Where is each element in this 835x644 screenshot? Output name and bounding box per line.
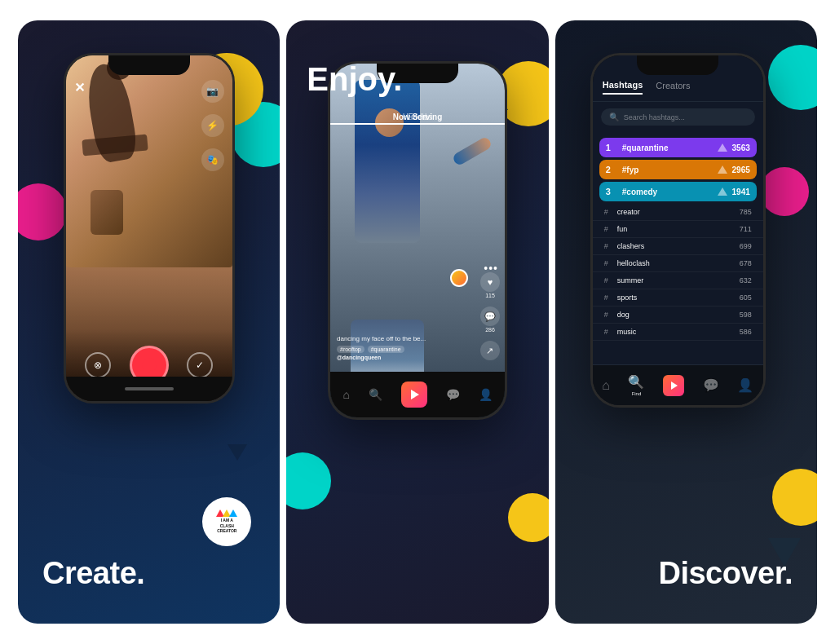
hash-5: # xyxy=(604,293,612,302)
app-container: ✕ 📷 ⚡ 🎭 ⊗ xyxy=(10,12,825,632)
hashtag-name-5: sports xyxy=(617,293,735,302)
dnav-find-label: Find xyxy=(632,391,642,396)
discover-bottom-nav: ⌂ 🔍 Find xyxy=(593,364,763,405)
hash-2: # xyxy=(604,242,612,250)
dnav-profile-icon: 👤 xyxy=(737,377,753,393)
hashtag-row-4[interactable]: # summer 632 xyxy=(593,272,763,289)
dnav-chat[interactable]: 💬 xyxy=(703,377,719,393)
hash-3: # xyxy=(604,259,612,267)
nav-search[interactable]: 🔍 xyxy=(369,388,382,401)
comment-action[interactable]: 💬 286 xyxy=(480,307,500,333)
nav-messages[interactable]: 💬 xyxy=(446,388,460,401)
tab-hashtags[interactable]: Hashtags xyxy=(603,80,643,95)
rank-3-tri xyxy=(718,187,727,196)
share-action[interactable]: ↗ xyxy=(480,341,500,360)
hashtag-name-7: music xyxy=(617,328,735,336)
skate-background: ✕ 📷 ⚡ 🎭 ⊗ xyxy=(66,55,232,401)
enjoy-phone-frame: Feed Now Serving Huddles ••• ♥ 115 xyxy=(328,61,507,420)
rank-2-count: 2965 xyxy=(732,165,750,174)
tag-rooftop[interactable]: #rooftop xyxy=(337,346,364,353)
hashtag-rank-3[interactable]: 3 #comedy 1941 xyxy=(599,182,757,201)
search-icon: 🔍 xyxy=(369,388,382,401)
rank-1-num: 1 xyxy=(606,143,617,152)
hashtag-name-2: clashers xyxy=(617,242,735,250)
home-indicator xyxy=(125,387,174,390)
search-icon-discover: 🔍 xyxy=(609,112,619,121)
hashtag-count-2: 699 xyxy=(740,242,752,250)
dnav-play[interactable] xyxy=(663,375,684,396)
cancel-record-button[interactable]: ⊗ xyxy=(85,352,111,378)
hashtag-row-3[interactable]: # helloclash 678 xyxy=(593,255,763,272)
message-icon: 💬 xyxy=(446,388,460,401)
discover-phone-mockup: Hashtags Creators 🔍 Search hashtags... xyxy=(563,53,793,408)
enjoy-phone-mockup: Feed Now Serving Huddles ••• ♥ 115 xyxy=(298,61,536,420)
hashtag-name-3: helloclash xyxy=(617,259,735,267)
discover-phone-frame: Hashtags Creators 🔍 Search hashtags... xyxy=(590,53,766,408)
create-screen: ✕ 📷 ⚡ 🎭 ⊗ xyxy=(66,55,232,401)
rank-3-name: #comedy xyxy=(622,187,713,196)
hashtag-count-0: 785 xyxy=(740,208,752,216)
hashtag-list: 1 #quarantine 3563 2 #fyp 2965 xyxy=(593,132,763,344)
video-username[interactable]: @dancingqueen xyxy=(337,355,472,360)
tag-quarantine[interactable]: #quarantine xyxy=(368,346,404,353)
share-icon: ↗ xyxy=(480,341,500,360)
like-icon: ♥ xyxy=(480,272,500,292)
flash-icon[interactable]: ⚡ xyxy=(201,114,224,137)
hash-6: # xyxy=(604,311,612,319)
rank-2-name: #fyp xyxy=(622,165,713,174)
creator-avatar[interactable] xyxy=(450,269,468,287)
tri-blue xyxy=(229,509,237,517)
rank-3-count: 1941 xyxy=(732,187,750,196)
nav-play-center[interactable] xyxy=(401,382,427,408)
dancer-body xyxy=(355,80,420,243)
hashtag-row-6[interactable]: # dog 598 xyxy=(593,307,763,324)
tab-creators[interactable]: Creators xyxy=(656,81,690,94)
dnav-find[interactable]: 🔍 Find xyxy=(628,374,644,396)
hashtag-count-7: 586 xyxy=(740,328,752,336)
play-arrow xyxy=(671,382,678,390)
effects-icon[interactable]: 🎭 xyxy=(201,148,224,171)
dnav-profile[interactable]: 👤 xyxy=(737,377,753,393)
dancer-arm xyxy=(452,136,493,167)
video-info: dancing my face off to the be... #roofto… xyxy=(337,335,472,360)
create-phone-frame: ✕ 📷 ⚡ 🎭 ⊗ xyxy=(64,53,235,404)
search-bar[interactable]: 🔍 Search hashtags... xyxy=(601,108,755,126)
confirm-button[interactable]: ✓ xyxy=(187,352,213,378)
hashtag-row-5[interactable]: # sports 605 xyxy=(593,289,763,307)
comment-icon: 💬 xyxy=(480,307,500,326)
rank-2-num: 2 xyxy=(606,165,617,174)
dnav-home-icon: ⌂ xyxy=(602,378,610,393)
deco-tri-1 xyxy=(228,444,247,461)
hashtag-row-2[interactable]: # clashers 699 xyxy=(593,238,763,255)
panel-enjoy: Enjoy. xyxy=(286,20,548,624)
close-button[interactable]: ✕ xyxy=(74,80,85,95)
hash-1: # xyxy=(604,225,612,233)
drum-prop xyxy=(91,190,123,235)
camera-icon[interactable]: 📷 xyxy=(201,80,224,103)
rank-1-name: #quarantine xyxy=(622,143,713,152)
nav-huddles[interactable]: Huddles xyxy=(330,112,505,121)
hashtag-row-0[interactable]: # creator 785 xyxy=(593,204,763,221)
hashtag-row-1[interactable]: # fun 711 xyxy=(593,221,763,238)
profile-icon: 👤 xyxy=(479,388,493,401)
enjoy-title: Enjoy. xyxy=(307,61,402,98)
enjoy-heading-area: Enjoy. xyxy=(307,61,402,98)
nav-home[interactable]: ⌂ xyxy=(342,388,349,401)
rank-1-tri xyxy=(718,143,727,152)
dnav-home[interactable]: ⌂ xyxy=(602,378,610,393)
panel-discover: Hashtags Creators 🔍 Search hashtags... xyxy=(555,20,817,624)
hashtag-count-6: 598 xyxy=(740,311,752,319)
hashtag-row-7[interactable]: # music 586 xyxy=(593,324,763,341)
nav-profile[interactable]: 👤 xyxy=(479,388,493,401)
hashtag-count-3: 678 xyxy=(740,259,752,267)
comment-count: 286 xyxy=(485,327,495,333)
hashtag-rank-2[interactable]: 2 #fyp 2965 xyxy=(599,160,757,179)
like-action[interactable]: ♥ 115 xyxy=(480,272,500,298)
hashtag-count-4: 632 xyxy=(740,276,752,285)
play-triangle xyxy=(411,390,419,399)
discover-screen-content: Hashtags Creators 🔍 Search hashtags... xyxy=(593,55,763,405)
hashtag-rank-1[interactable]: 1 #quarantine 3563 xyxy=(599,138,757,157)
dnav-find-icon: 🔍 xyxy=(628,374,644,390)
hashtag-count-5: 605 xyxy=(740,293,752,302)
hashtag-name-4: summer xyxy=(617,276,735,285)
